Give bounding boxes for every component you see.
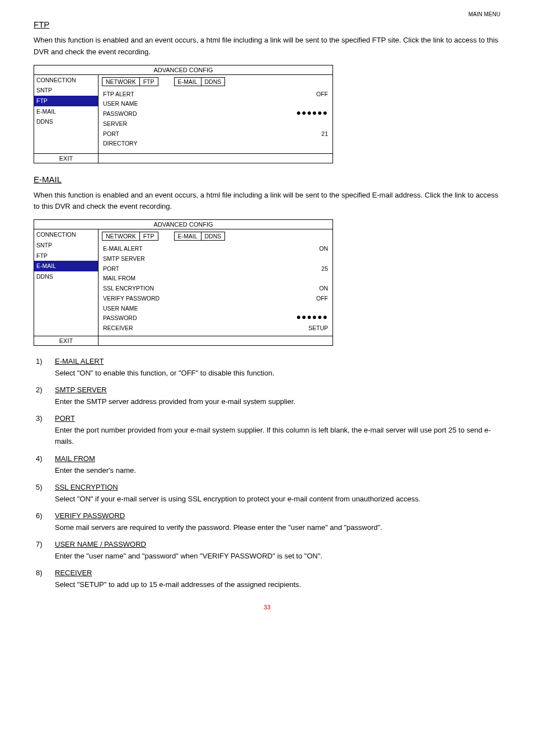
config-value[interactable]: ON	[272, 245, 328, 253]
config-label: USER NAME	[103, 304, 272, 313]
config-value[interactable]: 25	[272, 265, 328, 274]
config-value[interactable]: ON	[272, 284, 328, 293]
definition-term: SMTP SERVER	[55, 386, 500, 394]
config-label: PASSWORD	[103, 110, 272, 119]
definition-desc: Enter the port number provided from your…	[55, 425, 500, 447]
definition-desc: Select "ON" to enable this function, or …	[55, 368, 500, 379]
config-label: FTP ALERT	[103, 90, 272, 99]
definition-term: VERIFY PASSWORD	[55, 511, 500, 520]
config-label: PORT	[103, 265, 272, 274]
ftp-panel-title: ADVANCED CONFIG	[34, 65, 332, 75]
config-value[interactable]	[272, 120, 328, 129]
tab[interactable]: DDNS	[201, 77, 226, 86]
definition-term: PORT	[55, 414, 500, 422]
config-row: PORT25	[102, 264, 329, 274]
email-intro: When this function is enabled and an eve…	[34, 190, 500, 213]
definition-item: MAIL FROMEnter the sender's name.	[34, 454, 500, 476]
config-row: SSL ENCRYPTIONON	[102, 284, 329, 294]
email-panel-tabs: NETWORKFTPE-MAILDDNS	[102, 232, 329, 241]
sidebar-item[interactable]: E-MAIL	[34, 261, 98, 271]
tab[interactable]: NETWORK	[102, 77, 140, 86]
definition-item: SSL ENCRYPTIONSelect "ON" if your e-mail…	[34, 483, 500, 505]
config-label: RECEIVER	[103, 324, 272, 333]
definition-term: SSL ENCRYPTION	[55, 483, 500, 491]
ftp-panel-sidebar: CONNECTIONSNTPFTPE-MAILDDNS	[34, 75, 99, 153]
sidebar-item[interactable]: CONNECTION	[34, 75, 98, 86]
definition-item: USER NAME / PASSWORDEnter the "user name…	[34, 540, 500, 562]
definition-desc: Enter the "user name" and "password" whe…	[55, 551, 500, 562]
config-value[interactable]: OFF	[272, 294, 328, 303]
config-row: RECEIVERSETUP	[102, 323, 329, 334]
ftp-exit-button[interactable]: EXIT	[34, 154, 99, 163]
definition-term: E-MAIL ALERT	[55, 357, 500, 365]
ftp-heading: FTP	[34, 20, 500, 29]
config-label: PORT	[103, 130, 272, 139]
tab[interactable]: NETWORK	[102, 232, 140, 241]
definition-term: MAIL FROM	[55, 454, 500, 463]
definition-item: PORTEnter the port number provided from …	[34, 414, 500, 447]
page-header-right: MAIN MENU	[34, 11, 500, 17]
config-row: SERVER	[102, 119, 329, 129]
ftp-panel-tabs: NETWORKFTPE-MAILDDNS	[102, 77, 329, 86]
definition-list: E-MAIL ALERTSelect "ON" to enable this f…	[34, 357, 500, 590]
email-panel: ADVANCED CONFIG CONNECTIONSNTPFTPE-MAILD…	[34, 219, 333, 346]
email-exit-button[interactable]: EXIT	[34, 336, 99, 345]
config-value[interactable]	[272, 255, 328, 264]
ftp-panel: ADVANCED CONFIG CONNECTIONSNTPFTPE-MAILD…	[34, 65, 333, 163]
config-value[interactable]: ●●●●●●	[272, 314, 328, 323]
config-row: E-MAIL ALERTON	[102, 244, 329, 254]
tab[interactable]: E-MAIL	[174, 232, 202, 241]
definition-item: SMTP SERVEREnter the SMTP server address…	[34, 386, 500, 407]
config-label: SSL ENCRYPTION	[103, 284, 272, 293]
definition-item: VERIFY PASSWORDSome mail servers are req…	[34, 511, 500, 533]
config-value[interactable]	[272, 139, 328, 148]
definition-desc: Some mail servers are required to verify…	[55, 522, 500, 533]
config-label: E-MAIL ALERT	[103, 245, 272, 253]
tab[interactable]: E-MAIL	[174, 77, 202, 86]
config-label: SERVER	[103, 120, 272, 129]
sidebar-item[interactable]: FTP	[34, 96, 98, 106]
definition-desc: Enter the SMTP server address provided f…	[55, 396, 500, 407]
config-row: USER NAME	[102, 304, 329, 314]
config-label: MAIL FROM	[103, 274, 272, 283]
tab[interactable]: FTP	[139, 232, 158, 241]
tab[interactable]: FTP	[139, 77, 158, 86]
tab[interactable]: DDNS	[201, 232, 226, 241]
config-value[interactable]: SETUP	[272, 324, 328, 333]
config-value[interactable]	[272, 100, 328, 109]
config-label: DIRECTORY	[103, 139, 272, 148]
config-row: PASSWORD●●●●●●	[102, 313, 329, 323]
definition-item: RECEIVERSelect "SETUP" to add up to 15 e…	[34, 569, 500, 590]
sidebar-item[interactable]: SNTP	[34, 85, 98, 96]
sidebar-item[interactable]: SNTP	[34, 240, 98, 251]
config-label: USER NAME	[103, 100, 272, 109]
config-row: FTP ALERTOFF	[102, 90, 329, 100]
config-value[interactable]	[272, 274, 328, 283]
email-heading: E-MAIL	[34, 175, 500, 184]
definition-desc: Select "SETUP" to add up to 15 e-mail ad…	[55, 579, 500, 590]
page-number: 33	[34, 604, 500, 611]
config-value[interactable]: OFF	[272, 90, 328, 99]
config-value[interactable]	[272, 304, 328, 313]
definition-term: USER NAME / PASSWORD	[55, 540, 500, 548]
sidebar-item[interactable]: DDNS	[34, 271, 98, 282]
config-label: PASSWORD	[103, 314, 272, 323]
sidebar-item[interactable]: CONNECTION	[34, 229, 98, 240]
ftp-intro: When this function is enabled and an eve…	[34, 35, 500, 58]
config-value[interactable]: 21	[272, 130, 328, 139]
definition-desc: Enter the sender's name.	[55, 465, 500, 476]
config-row: MAIL FROM	[102, 274, 329, 284]
sidebar-item[interactable]: FTP	[34, 251, 98, 261]
email-panel-title: ADVANCED CONFIG	[34, 220, 332, 229]
config-row: USER NAME	[102, 99, 329, 109]
config-row: PORT21	[102, 129, 329, 139]
sidebar-item[interactable]: E-MAIL	[34, 106, 98, 117]
config-row: PASSWORD●●●●●●	[102, 109, 329, 119]
definition-desc: Select "ON" if your e-mail server is usi…	[55, 494, 500, 505]
config-row: VERIFY PASSWORDOFF	[102, 294, 329, 304]
config-row: SMTP SERVER	[102, 254, 329, 264]
config-value[interactable]: ●●●●●●	[272, 110, 328, 119]
definition-term: RECEIVER	[55, 569, 500, 577]
config-row: DIRECTORY	[102, 139, 329, 149]
sidebar-item[interactable]: DDNS	[34, 116, 98, 127]
